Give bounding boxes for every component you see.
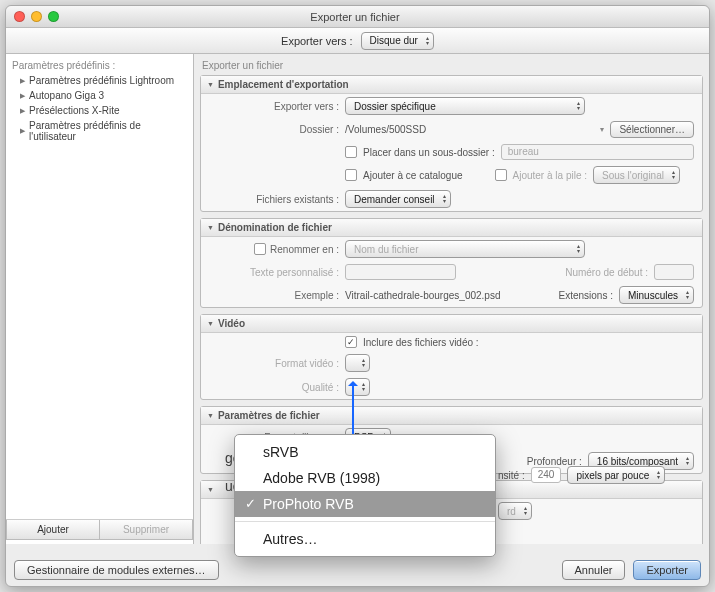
label: Ajouter à ce catalogue (363, 170, 463, 181)
chevron-updown-icon (686, 456, 689, 466)
panel-export-location: ▼Emplacement d'exportation Exporter vers… (200, 75, 703, 212)
panel-header[interactable]: ▼Dénomination de fichier (201, 219, 702, 237)
chevron-down-icon: ▼ (207, 81, 214, 88)
chevron-updown-icon (362, 382, 365, 392)
chevron-down-icon: ▼ (207, 412, 214, 419)
chevron-updown-icon (672, 170, 675, 180)
export-window: Exporter un fichier Exporter vers : Disq… (5, 5, 710, 587)
dropdown-item-prophoto[interactable]: ✓ProPhoto RVB (235, 491, 495, 517)
chevron-updown-icon (577, 244, 580, 254)
label: Format vidéo : (209, 358, 339, 369)
label: Profondeur : (527, 456, 582, 467)
preset-list: ▶Paramètres prédéfinis Lightroom ▶Autopa… (6, 73, 193, 519)
select-folder-button[interactable]: Sélectionner… (610, 121, 694, 138)
clipped-right: nsité : 240 pixels par pouce rd (498, 466, 665, 520)
density-input[interactable]: 240 (531, 467, 562, 483)
sidebar-item[interactable]: ▶Autopano Giga 3 (6, 88, 193, 103)
label: Numéro de début : (565, 267, 648, 278)
panel-header[interactable]: ▼Vidéo (201, 315, 702, 333)
panel-file-naming: ▼Dénomination de fichier Renommer en : N… (200, 218, 703, 308)
disclosure-icon: ▶ (20, 107, 25, 115)
close-icon[interactable] (14, 11, 25, 22)
label: Dossier : (209, 124, 339, 135)
label: Texte personnalisé : (209, 267, 339, 278)
sidebar-item[interactable]: ▶Présélections X-Rite (6, 103, 193, 118)
add-preset-button[interactable]: Ajouter (6, 520, 100, 540)
dropdown-icon[interactable]: ▾ (600, 125, 604, 134)
chevron-updown-icon (524, 506, 527, 516)
chevron-updown-icon (362, 358, 365, 368)
disclosure-icon: ▶ (20, 127, 25, 135)
label: Placer dans un sous-dossier : (363, 147, 495, 158)
zoom-icon[interactable] (48, 11, 59, 22)
separator (235, 521, 495, 522)
density-unit-select[interactable]: pixels par pouce (567, 466, 665, 484)
panel-header[interactable]: ▼Paramètres de fichier (201, 407, 702, 425)
stack-select: Sous l'original (593, 166, 680, 184)
colorspace-dropdown-menu[interactable]: sRVB Adobe RVB (1998) ✓ProPhoto RVB Autr… (234, 434, 496, 557)
chevron-updown-icon (426, 36, 429, 46)
rename-select: Nom du fichier (345, 240, 585, 258)
traffic-lights (14, 11, 59, 22)
extensions-select[interactable]: Minuscules (619, 286, 694, 304)
plugin-manager-button[interactable]: Gestionnaire de modules externes… (14, 560, 219, 580)
video-format-select (345, 354, 370, 372)
label: Fichiers existants : (209, 194, 339, 205)
chevron-updown-icon (686, 290, 689, 300)
export-button[interactable]: Exporter (633, 560, 701, 580)
chevron-updown-icon (657, 470, 660, 480)
panel-video: ▼Vidéo ✓ Inclure des fichiers vidéo : Fo… (200, 314, 703, 400)
export-to-label: Exporter vers : (281, 35, 353, 47)
sidebar: Paramètres prédéfinis : ▶Paramètres préd… (6, 54, 194, 544)
label: Qualité : (209, 382, 339, 393)
window-title: Exporter un fichier (59, 11, 651, 23)
existing-files-select[interactable]: Demander conseil (345, 190, 451, 208)
export-to-value: Disque dur (370, 35, 418, 46)
sidebar-buttons: Ajouter Supprimer (6, 519, 193, 540)
rename-checkbox[interactable] (254, 243, 266, 255)
partial-select: rd (498, 502, 532, 520)
chevron-down-icon: ▼ (207, 486, 214, 493)
checkmark-icon: ✓ (245, 496, 256, 511)
add-stack-checkbox[interactable] (495, 169, 507, 181)
chevron-down-icon: ▼ (207, 320, 214, 327)
subfolder-checkbox[interactable] (345, 146, 357, 158)
label: Renommer en : (270, 244, 339, 255)
dropdown-item-srgb[interactable]: sRVB (235, 439, 495, 465)
chevron-updown-icon (443, 194, 446, 204)
disclosure-icon: ▶ (20, 77, 25, 85)
titlebar: Exporter un fichier (6, 6, 709, 28)
label: Ajouter à la pile : (513, 170, 588, 181)
panel-header[interactable]: ▼Emplacement d'exportation (201, 76, 702, 94)
chevron-updown-icon (577, 101, 580, 111)
add-catalog-checkbox[interactable] (345, 169, 357, 181)
cancel-button[interactable]: Annuler (562, 560, 626, 580)
label: Exemple : (209, 290, 339, 301)
chevron-down-icon: ▼ (207, 224, 214, 231)
example-value: Vitrail-cathedrale-bourges_002.psd (345, 290, 552, 301)
annotation-arrow-icon (352, 384, 354, 434)
subfolder-input[interactable]: bureau (501, 144, 694, 160)
dropdown-item-other[interactable]: Autres… (235, 526, 495, 552)
sidebar-item[interactable]: ▶Paramètres prédéfinis de l'utilisateur (6, 118, 193, 144)
minimize-icon[interactable] (31, 11, 42, 22)
include-video-checkbox[interactable]: ✓ (345, 336, 357, 348)
sidebar-header: Paramètres prédéfinis : (6, 58, 193, 73)
label: Extensions : (558, 290, 612, 301)
dropdown-item-adobergb[interactable]: Adobe RVB (1998) (235, 465, 495, 491)
sidebar-item[interactable]: ▶Paramètres prédéfinis Lightroom (6, 73, 193, 88)
custom-text-input (345, 264, 456, 280)
main-header: Exporter un fichier (200, 58, 703, 75)
remove-preset-button[interactable]: Supprimer (100, 520, 193, 540)
start-number-input (654, 264, 694, 280)
footer: Gestionnaire de modules externes… Annule… (14, 560, 701, 580)
export-to-select[interactable]: Disque dur (361, 32, 434, 50)
folder-path: /Volumes/500SSD (345, 124, 594, 135)
disclosure-icon: ▶ (20, 92, 25, 100)
label: Exporter vers : (209, 101, 339, 112)
topbar: Exporter vers : Disque dur (6, 28, 709, 54)
export-folder-select[interactable]: Dossier spécifique (345, 97, 585, 115)
label: Inclure des fichiers vidéo : (363, 337, 479, 348)
